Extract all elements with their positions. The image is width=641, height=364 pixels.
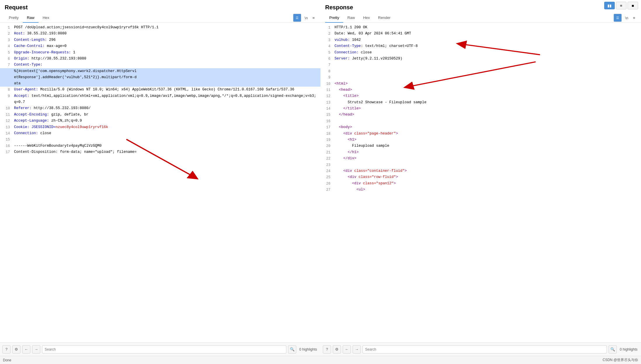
table-row: 12 <title> bbox=[320, 93, 641, 99]
tab-response-render[interactable]: Render bbox=[374, 13, 395, 23]
table-row: 5 Connection: close bbox=[320, 50, 641, 56]
table-row: 27 <ul> bbox=[320, 187, 641, 193]
table-row: 15 bbox=[0, 136, 320, 143]
request-payload-row: %{#context['com.opensymphony.xwork2.disp… bbox=[0, 68, 320, 87]
tab-request-raw[interactable]: Raw bbox=[23, 13, 39, 23]
request-panel: Request Pretty Raw Hex ☰ \n ≡ 1 POST /do… bbox=[0, 0, 320, 356]
table-row: 2 Date: Wed, 03 Apr 2024 06:54:41 GMT bbox=[320, 31, 641, 37]
table-row: 5 Upgrade-Insecure-Requests: 1 bbox=[0, 50, 320, 56]
table-row: 11 <head> bbox=[320, 87, 641, 93]
table-row: 21 </h1> bbox=[320, 149, 641, 155]
table-row: 24 <div class="container-fluid"> bbox=[320, 168, 641, 174]
response-code-area[interactable]: 1 HTTP/1.1 200 OK 2 Date: Wed, 03 Apr 20… bbox=[320, 23, 641, 342]
table-row: 8 bbox=[320, 68, 641, 74]
table-row: 13 Struts2 Showcase - Fileupload sample bbox=[320, 99, 641, 106]
layout-btn-3[interactable]: ■ bbox=[628, 2, 638, 9]
table-row: 16 bbox=[320, 118, 641, 124]
request-tabs-right: ☰ \n ≡ bbox=[293, 14, 316, 22]
request-menu-icon[interactable]: ≡ bbox=[311, 15, 316, 21]
table-row: 3 Content-Length: 296 bbox=[0, 37, 320, 43]
table-row: 17 <body> bbox=[320, 124, 641, 130]
status-left: Done bbox=[3, 358, 11, 362]
tab-response-pretty[interactable]: Pretty bbox=[325, 13, 343, 23]
response-tabs-right: ☰ \n ≡ bbox=[614, 14, 636, 22]
request-tabs-bar: Pretty Raw Hex ☰ \n ≡ bbox=[0, 13, 320, 23]
request-code-area[interactable]: 1 POST /doUpload.action;jsessionid=nzuec… bbox=[0, 23, 320, 342]
table-row: 6 Origin: http://38.55.232.193:8080 bbox=[0, 56, 320, 62]
table-row: 4 Content-Type: text/html; charset=UTF-8 bbox=[320, 43, 641, 49]
response-settings-icon[interactable]: ⚙ bbox=[333, 345, 341, 354]
table-row: 11 Accept-Encoding: gzip, deflate, br bbox=[0, 112, 320, 118]
response-panel: Response Pretty Raw Hex Render ☰ \n ≡ 1 … bbox=[320, 0, 641, 356]
response-format-icon[interactable]: ☰ bbox=[614, 14, 622, 22]
table-row: 3 vulhub: 1042 bbox=[320, 37, 641, 43]
table-row: 17 Content-Disposition: form-data; name=… bbox=[0, 149, 320, 155]
table-row: 14 </title> bbox=[320, 106, 641, 112]
main-content: Request Pretty Raw Hex ☰ \n ≡ 1 POST /do… bbox=[0, 0, 641, 356]
table-row: 1 POST /doUpload.action;jsessionid=nzuec… bbox=[0, 24, 320, 31]
request-nav-panel: ? ⚙ ← → 🔍 0 highlights bbox=[0, 343, 320, 356]
table-row: 16 ------WebKitFormBoundarytv4payMqClVzG… bbox=[0, 143, 320, 149]
request-format-icon[interactable]: ☰ bbox=[293, 14, 301, 22]
request-bottom-bar: ? ⚙ ← → 🔍 0 highlights bbox=[0, 342, 320, 356]
request-title: Request bbox=[0, 0, 320, 13]
response-tabs-bar: Pretty Raw Hex Render ☰ \n ≡ bbox=[320, 13, 641, 23]
table-row: 26 <div class="span12"> bbox=[320, 181, 641, 187]
table-row: 1 HTTP/1.1 200 OK bbox=[320, 24, 641, 31]
request-search-button[interactable]: 🔍 bbox=[288, 345, 296, 354]
response-newline-icon[interactable]: \n bbox=[624, 15, 630, 21]
table-row: 19 <h1> bbox=[320, 137, 641, 143]
response-forward-icon[interactable]: → bbox=[353, 345, 361, 354]
response-nav-panel: ? ⚙ ← → 🔍 0 highlights bbox=[320, 343, 641, 356]
table-row: 14 Connection: close bbox=[0, 130, 320, 136]
request-newline-icon[interactable]: \n bbox=[304, 15, 309, 21]
tab-response-hex[interactable]: Hex bbox=[359, 13, 374, 23]
response-bottom-bar: ? ⚙ ← → 🔍 0 highlights bbox=[320, 342, 641, 356]
tab-response-raw[interactable]: Raw bbox=[343, 13, 359, 23]
request-search-input[interactable] bbox=[42, 345, 286, 354]
request-settings-icon[interactable]: ⚙ bbox=[12, 345, 20, 354]
request-forward-icon[interactable]: → bbox=[32, 345, 40, 354]
tab-request-pretty[interactable]: Pretty bbox=[5, 13, 23, 23]
table-row: 13 Cookie: JSESSIONID=nzuec8y4col9uwp1ry… bbox=[0, 124, 320, 130]
table-row: 4 Cache-Control: max-age=0 bbox=[0, 43, 320, 49]
response-help-icon[interactable]: ? bbox=[323, 345, 331, 354]
table-row: 9 bbox=[320, 74, 641, 80]
table-row: 9 Accept: text/html,application/xhtml+xm… bbox=[0, 93, 320, 106]
table-row: 12 Accept-Language: zh-CN,zh;q=0.9 bbox=[0, 118, 320, 124]
table-row: 6 Server: Jetty(9.2.11.v20150529) bbox=[320, 56, 641, 62]
table-row: 25 <div class="row-fluid"> bbox=[320, 174, 641, 180]
request-highlights: 0 highlights bbox=[298, 347, 318, 351]
table-row: 10 Referer: http://38.55.232.193:8080/ bbox=[0, 105, 320, 111]
table-row: 20 Fileupload sample bbox=[320, 143, 641, 149]
table-row: 23 bbox=[320, 162, 641, 168]
response-search-input[interactable] bbox=[363, 345, 607, 354]
response-title: Response bbox=[320, 0, 641, 13]
table-row: 7 bbox=[320, 62, 641, 68]
table-row: 18 <div class="page-header"> bbox=[320, 131, 641, 137]
status-bar: Done CSDN @世界尽头与你 bbox=[0, 356, 641, 364]
response-highlights: 0 highlights bbox=[619, 347, 639, 351]
table-row: 10 <html> bbox=[320, 81, 641, 87]
status-right: CSDN @世界尽头与你 bbox=[602, 358, 638, 363]
layout-btn-1[interactable]: ▮▮ bbox=[604, 2, 615, 9]
response-search-button[interactable]: 🔍 bbox=[609, 345, 617, 354]
table-row: 2 Host: 38.55.232.193:8080 bbox=[0, 31, 320, 37]
table-row: 15 </head> bbox=[320, 112, 641, 118]
request-help-icon[interactable]: ? bbox=[2, 345, 11, 354]
response-menu-icon[interactable]: ≡ bbox=[632, 15, 636, 21]
layout-btn-2[interactable]: ≡ bbox=[616, 2, 626, 9]
table-row: 22 </div> bbox=[320, 155, 641, 162]
table-row: 7 Content-Type: bbox=[0, 62, 320, 68]
request-back-icon[interactable]: ← bbox=[22, 345, 30, 354]
top-toolbar: ▮▮ ≡ ■ bbox=[601, 0, 641, 11]
response-back-icon[interactable]: ← bbox=[343, 345, 351, 354]
tab-request-hex[interactable]: Hex bbox=[39, 13, 53, 23]
table-row: 8 User-Agent: Mozilla/5.0 (Windows NT 10… bbox=[0, 87, 320, 93]
